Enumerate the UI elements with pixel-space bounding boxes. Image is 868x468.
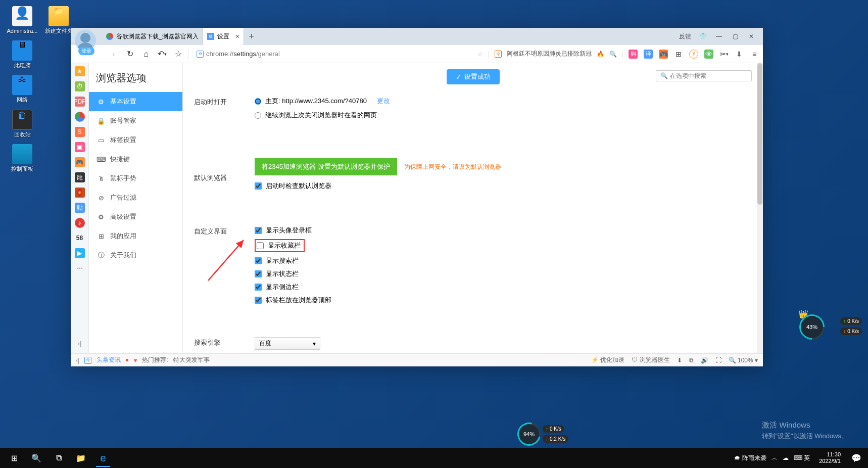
checkbox-input[interactable] — [255, 182, 262, 190]
radio-input[interactable] — [255, 112, 261, 119]
news-icon[interactable]: 今 — [84, 357, 91, 364]
onedrive-icon[interactable]: ☁ — [783, 454, 789, 461]
skin-icon[interactable]: 👕 — [698, 33, 707, 40]
new-tab-button[interactable]: + — [244, 31, 259, 42]
game-icon[interactable]: 🎮 — [659, 50, 668, 59]
nav-item-tab[interactable]: ▭标签设置 — [89, 130, 182, 150]
zoom-display[interactable]: 🔍 100% ▾ — [729, 357, 758, 364]
pip-icon[interactable]: ⧉ — [689, 357, 694, 364]
weather-icon[interactable]: 🌧 阵雨来袭 — [734, 454, 766, 462]
star-button[interactable]: ☆ — [174, 50, 183, 59]
nav-item-grid[interactable]: ⊞我的应用 — [89, 226, 182, 246]
sidebar-dragon-icon[interactable]: 龍 — [75, 172, 85, 182]
close-button[interactable]: ✕ — [747, 33, 756, 40]
check-search[interactable]: 显示搜索栏 — [255, 256, 752, 265]
nav-item-mouse[interactable]: 🖱鼠标手势 — [89, 169, 182, 188]
start-button[interactable]: ⊞ — [3, 448, 25, 468]
set-default-button[interactable]: 将2345加速浏览器 设置为默认浏览器并保护 — [255, 158, 397, 175]
nav-item-advanced[interactable]: ⚙高级设置 — [89, 207, 182, 226]
desktop-icon-network[interactable]: 🖧 网络 — [5, 74, 39, 104]
address-bar[interactable]: ⚙ chrome://settings/general — [194, 50, 472, 58]
feedback-link[interactable]: 反馈 — [679, 32, 691, 41]
scissors-icon[interactable]: ✂▾ — [719, 50, 729, 59]
news-prefix[interactable]: 头条资讯 — [97, 356, 121, 364]
download-icon[interactable]: ⬇ — [735, 50, 744, 59]
checkbox-input[interactable] — [257, 242, 264, 249]
nav-item-block[interactable]: ⊘广告过滤 — [89, 188, 182, 207]
refresh-button[interactable]: ↻ — [125, 50, 134, 59]
search-button[interactable]: 🔍 — [25, 448, 47, 468]
fullscreen-icon[interactable]: ⛶ — [715, 357, 721, 364]
sidebar-clock-icon[interactable]: ⏱ — [75, 81, 85, 91]
check-bookmarks-highlighted[interactable]: 显示收藏栏 — [255, 239, 752, 252]
explorer-button[interactable]: 📁 — [70, 448, 92, 468]
menu-icon[interactable]: ≡ — [750, 50, 759, 59]
sidebar-pdf-icon[interactable]: PDF — [75, 97, 85, 107]
check-status[interactable]: 显示状态栏 — [255, 269, 752, 278]
checkbox-input[interactable] — [255, 257, 262, 264]
sidebar-more-icon[interactable]: ⋯ — [75, 263, 85, 273]
home-button[interactable]: ⌂ — [141, 50, 151, 59]
nav-item-lock[interactable]: 🔒账号管家 — [89, 111, 182, 130]
tab-inactive[interactable]: 谷歌浏览器下载_浏览器官网入 — [102, 28, 203, 45]
check-startup-default[interactable]: 启动时检查默认浏览器 — [255, 181, 752, 191]
star-outline-icon[interactable]: ☆ — [477, 51, 483, 58]
radio-input[interactable] — [255, 98, 261, 105]
sidebar-chrome-icon[interactable] — [75, 112, 85, 122]
check-tabontop[interactable]: 标签栏放在浏览器顶部 — [255, 296, 752, 305]
back-button[interactable]: ‹ — [109, 50, 118, 59]
hot-news[interactable]: 阿根廷不明原因肺炎已排除新冠 — [507, 50, 592, 58]
shop-icon[interactable]: 购 — [629, 50, 638, 59]
sidebar-num-icon[interactable]: 58 — [75, 233, 85, 243]
money-icon[interactable]: ¥ — [689, 50, 698, 59]
tray-chevron-icon[interactable]: ︿ — [771, 454, 778, 462]
doctor-button[interactable]: 🛡 浏览器医生 — [632, 356, 669, 364]
ime-icon[interactable]: ⌨ 英 — [794, 454, 810, 462]
check-avatar[interactable]: 显示头像登录框 — [255, 226, 752, 235]
desktop-icon-control[interactable]: 控制面板 — [5, 143, 39, 173]
download-icon[interactable]: ⬇ — [677, 357, 682, 364]
checkbox-input[interactable] — [255, 297, 262, 304]
change-link[interactable]: 更改 — [377, 97, 390, 106]
settings-search[interactable]: 🔍 — [656, 70, 752, 81]
desktop-icon-computer[interactable]: 🖥 此电脑 — [5, 39, 39, 70]
radio-homepage[interactable]: 主页: http://www.2345.com/?40780 更改 — [255, 97, 752, 106]
taskview-button[interactable]: ⧉ — [47, 448, 70, 468]
optimize-button[interactable]: ⚡ 优化加速 — [591, 356, 624, 364]
desktop-icon-user[interactable]: 👤 Administra... — [5, 5, 39, 35]
sidebar-star-icon[interactable]: ★ — [75, 66, 85, 76]
notifications-button[interactable]: 💬 — [850, 448, 863, 468]
eye-icon[interactable]: 👁 — [704, 50, 713, 59]
checkbox-input[interactable] — [255, 227, 262, 234]
hot-item[interactable]: 特大突发军事 — [173, 356, 210, 364]
desktop-icon-recycle[interactable]: 🗑 回收站 — [5, 109, 39, 139]
nav-item-gear[interactable]: ⚙基本设置 — [89, 92, 182, 111]
login-badge[interactable]: 登录 — [78, 47, 94, 55]
sidebar-music-icon[interactable]: ♪ — [75, 218, 85, 228]
sidebar-tv-icon[interactable]: ▣ — [75, 142, 85, 152]
collapse-sidebar-icon[interactable]: ‹| — [76, 357, 79, 364]
checkbox-input[interactable] — [255, 270, 262, 277]
browser-button[interactable]: e — [92, 448, 114, 468]
grid-icon[interactable]: ⊞ — [674, 50, 683, 59]
nav-item-keyboard[interactable]: ⌨快捷键 — [89, 150, 182, 169]
sidebar-game1-icon[interactable]: 🎮 — [75, 157, 85, 167]
checkbox-input[interactable] — [255, 284, 262, 291]
maximize-button[interactable]: ▢ — [731, 33, 740, 40]
check-sidebar[interactable]: 显示侧边栏 — [255, 283, 752, 292]
sidebar-game2-icon[interactable]: 🏮 — [75, 188, 85, 198]
translate-icon[interactable]: 译 — [644, 50, 653, 59]
clock[interactable]: 11:30 2022/9/1 — [815, 451, 845, 464]
undo-button[interactable]: ↶▾ — [158, 50, 167, 59]
sound-icon[interactable]: 🔊 — [701, 357, 708, 364]
sidebar-note-icon[interactable]: S — [75, 127, 85, 137]
gauge-43[interactable]: 43% — [799, 314, 825, 340]
tab-active[interactable]: ⚙ 设置 × — [203, 28, 244, 45]
nav-item-info[interactable]: ⓘ关于我们 — [89, 246, 182, 265]
sidebar-video-icon[interactable]: ▶ — [75, 248, 85, 258]
minimize-button[interactable]: — — [714, 33, 724, 40]
search-input[interactable] — [670, 72, 747, 79]
tab-close-icon[interactable]: × — [235, 32, 239, 40]
radio-continue[interactable]: 继续浏览上次关闭浏览器时在看的网页 — [255, 111, 752, 120]
sidebar-tag-icon[interactable]: 贴 — [75, 203, 85, 213]
